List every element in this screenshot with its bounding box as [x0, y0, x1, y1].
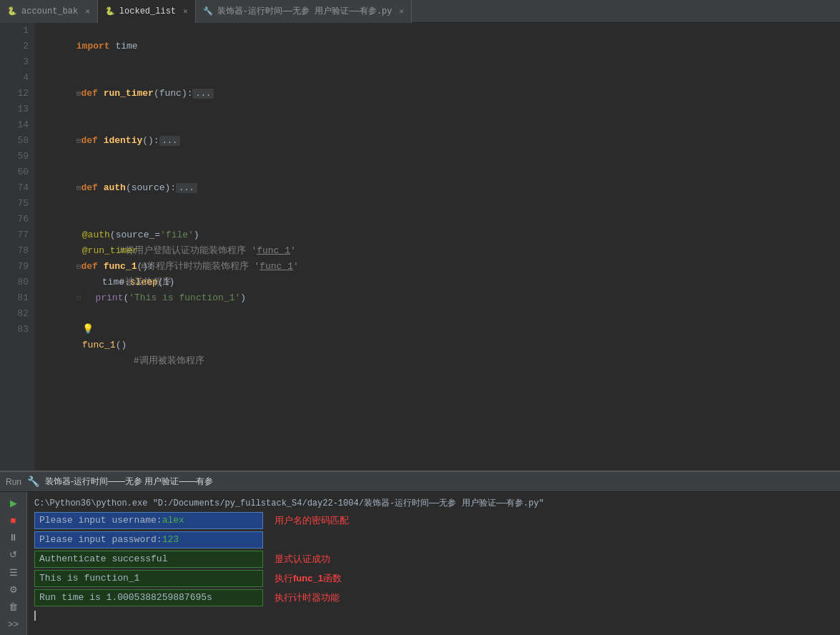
editor-area: 1 2 3 4 12 13 14 58 59 60 74 75 76 77 78…	[0, 23, 840, 471]
code-line-82: 💡	[43, 306, 840, 322]
run-tab-title: 装饰器-运行时间——无参 用户验证——有参	[45, 476, 213, 488]
output-row-auth: Authenticate successful 显式认证成功	[34, 551, 833, 568]
output-func1-box: This is function_1	[34, 570, 263, 587]
output-row-func1: This is function_1 执行func_1函数	[34, 570, 833, 587]
tab-locked-list[interactable]: 🐍 locked_list ✕	[98, 0, 196, 23]
stop-button[interactable]: ■	[4, 512, 23, 528]
output-password-box: Please input password:123	[34, 531, 263, 548]
output-username-box: Please input username:alex	[34, 512, 263, 529]
code-line-13	[43, 102, 840, 117]
output-auth-box: Authenticate successful	[34, 551, 263, 568]
list-button[interactable]: ☰	[4, 564, 23, 580]
tab-decorator-file[interactable]: 🔧 装饰器-运行时间——无参 用户验证——有参.py ✕	[196, 0, 412, 23]
trash-button[interactable]: 🗑	[4, 599, 23, 615]
tab-label-decorator: 装饰器-运行时间——无参 用户验证——有参.py	[217, 5, 392, 17]
bottom-content: ▶ ■ ⏸ ↺ ☰ ⚙ 🗑 >> C:\Python36\python.exe …	[0, 492, 840, 635]
run-tab-bar: Run 🔧 装饰器-运行时间——无参 用户验证——有参	[0, 472, 840, 492]
bottom-panel: Run 🔧 装饰器-运行时间——无参 用户验证——有参 ▶ ■ ⏸ ↺ ☰ ⚙ …	[0, 471, 840, 635]
close-tab-icon[interactable]: ✕	[85, 6, 90, 16]
code-line-4: ⊞def run_timer(func):...	[43, 70, 840, 86]
close-tab-icon3[interactable]: ✕	[400, 6, 405, 16]
code-line-83: func_1() #调用被装饰程序	[43, 322, 840, 338]
code-line-3	[43, 54, 840, 70]
annotation-func1: 执行func_1函数	[275, 571, 342, 586]
run-label: Run	[6, 477, 21, 487]
code-line-59	[43, 149, 840, 164]
run-command-line: C:\Python36\python.exe "D:/Documents/py_…	[34, 496, 833, 511]
py-file-icon: 🐍	[7, 6, 17, 16]
py-special-icon: 🔧	[203, 6, 213, 16]
code-line-75	[43, 196, 840, 212]
line-numbers: 1 2 3 4 12 13 14 58 59 60 74 75 76 77 78…	[0, 23, 34, 471]
code-line-60: ⊞def auth(source):...	[43, 164, 840, 180]
output-row-runtime: Run time is 1.0005388259887695s 执行计时器功能	[34, 589, 833, 606]
pause-button[interactable]: ⏸	[4, 530, 23, 546]
collapse-icon-print[interactable]: ⊟	[76, 294, 81, 302]
tab-label: locked_list	[119, 6, 176, 16]
output-row-password: Please input password:123	[34, 531, 833, 548]
annotation-runtime: 执行计时器功能	[275, 591, 340, 605]
more-button[interactable]: >>	[4, 616, 23, 632]
run-toolbar: ▶ ■ ⏸ ↺ ☰ ⚙ 🗑 >>	[0, 492, 27, 635]
code-line-14: ⊞def identiy():...	[43, 117, 840, 133]
py-file-icon2: 🐍	[105, 6, 115, 16]
run-icon: 🔧	[27, 476, 39, 488]
tab-bar: 🐍 account_bak ✕ 🐍 locked_list ✕ 🔧 装饰器-运行…	[0, 0, 840, 23]
annotation-username: 用户名的密码匹配	[275, 513, 349, 528]
output-runtime-box: Run time is 1.0005388259887695s	[34, 589, 263, 606]
tab-label: account_bak	[21, 6, 78, 16]
output-area[interactable]: C:\Python36\python.exe "D:/Documents/py_…	[27, 492, 840, 635]
annotation-auth: 显式认证成功	[275, 552, 330, 566]
cursor-line	[34, 609, 833, 623]
code-line-2	[43, 39, 840, 54]
rerun-button[interactable]: ↺	[4, 547, 23, 563]
cursor	[34, 611, 36, 621]
tab-account-bak[interactable]: 🐍 account_bak ✕	[0, 0, 98, 23]
code-line-1: import time	[43, 23, 840, 39]
code-line-76: @auth(source_='file') #将用户登陆认证功能装饰程序 'fu…	[43, 212, 840, 227]
output-row-username: Please input username:alex 用户名的密码匹配	[34, 512, 833, 529]
settings-button[interactable]: ⚙	[4, 581, 23, 597]
close-tab-icon2[interactable]: ✕	[183, 6, 188, 16]
play-button[interactable]: ▶	[4, 495, 23, 511]
code-content[interactable]: import time ⊞def run_timer(func):... ⊞de…	[34, 23, 840, 471]
